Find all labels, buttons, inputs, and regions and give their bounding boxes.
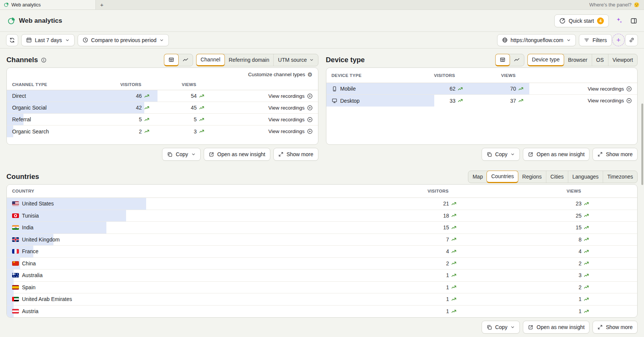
show-more-label: Show more <box>287 151 313 157</box>
table-row[interactable]: United States 21 23 <box>7 198 637 210</box>
table-row[interactable]: United Arab Emirates 1 1 <box>7 293 637 306</box>
col-visitors: VISITORS <box>381 189 457 193</box>
app-header: Web analytics Quick start 4 <box>0 10 644 31</box>
channels-tabs: Channel Referring domain UTM source <box>196 54 318 66</box>
quick-start-button[interactable]: Quick start 4 <box>554 14 609 27</box>
tab-channel[interactable]: Channel <box>196 54 225 66</box>
trend-view-button[interactable] <box>510 54 524 66</box>
customize-channel-types[interactable]: Customize channel types ⚙ <box>7 68 318 79</box>
copy-button[interactable]: Copy <box>482 148 520 161</box>
view-recordings-link[interactable]: View recordings <box>205 105 313 111</box>
table-row[interactable]: Tunisia 18 25 <box>7 210 637 222</box>
tab-countries[interactable]: Countries <box>487 171 518 183</box>
trend-up-icon <box>584 296 589 302</box>
trend-up-icon <box>458 98 463 103</box>
side-panel-icon[interactable] <box>630 17 638 25</box>
table-row[interactable]: Austria 1 1 <box>7 306 637 318</box>
trend-up-icon <box>451 260 457 266</box>
vertical-scrollbar-thumb[interactable] <box>641 103 643 185</box>
table-view-button[interactable] <box>164 54 179 66</box>
tab-viewport[interactable]: Viewport <box>608 54 637 66</box>
table-row[interactable]: Direct 46 54 View recordings <box>7 90 318 102</box>
domain-filter-button[interactable]: https://tongueflow.com <box>497 34 576 46</box>
trend-view-button[interactable] <box>178 54 193 66</box>
table-row[interactable]: Mobile 62 70 View recordings <box>326 83 638 95</box>
country-label: Spain <box>22 284 36 290</box>
views-value: 23 <box>575 201 582 207</box>
ai-sparkle-icon[interactable] <box>615 16 624 25</box>
channels-table-header: CHANNEL TYPE VISITORS VIEWS <box>7 79 318 90</box>
chevron-down-icon <box>159 38 164 42</box>
country-flag <box>12 309 19 313</box>
tab-web-analytics[interactable]: Web analytics <box>0 0 96 9</box>
show-more-label: Show more <box>606 151 633 157</box>
show-more-button[interactable]: Show more <box>273 148 318 161</box>
device-view-toggle <box>495 54 524 66</box>
show-more-button[interactable]: Show more <box>593 148 638 161</box>
refresh-button[interactable] <box>6 34 18 46</box>
tab-title: Web analytics <box>11 2 41 8</box>
filters-button[interactable]: Filters <box>579 34 612 46</box>
tab-os[interactable]: OS <box>592 54 608 66</box>
filter-bar: Last 7 days Compare to previous period h… <box>0 31 644 49</box>
info-icon[interactable] <box>41 57 47 63</box>
view-recordings-link[interactable]: View recordings <box>524 86 632 92</box>
quick-start-label: Quick start <box>569 18 594 24</box>
mobile-icon <box>332 86 337 92</box>
col-views: VIEWS <box>463 73 524 78</box>
page-title: Web analytics <box>19 17 62 25</box>
channels-title: Channels <box>6 56 38 64</box>
table-row[interactable]: India 15 15 <box>7 222 637 234</box>
table-row[interactable]: United Kingdom 7 8 <box>7 234 637 246</box>
tab-timezones[interactable]: Timezones <box>603 171 637 183</box>
table-row[interactable]: France 4 4 <box>7 246 637 258</box>
share-link-button[interactable] <box>625 34 638 46</box>
open-as-new-insight-button[interactable]: Open as new insight <box>204 148 270 161</box>
table-row[interactable]: Spain 1 2 <box>7 282 637 294</box>
view-recordings-link[interactable]: View recordings <box>524 98 632 103</box>
visitors-value: 7 <box>446 237 449 243</box>
views-value: 15 <box>575 224 582 230</box>
copy-button[interactable]: Copy <box>482 321 520 334</box>
visitors-value: 1 <box>446 272 449 278</box>
visitors-value: 21 <box>443 201 449 207</box>
add-filter-button[interactable]: + <box>612 34 625 46</box>
visitors-value: 33 <box>449 98 455 104</box>
device-type-title: Device type <box>326 56 365 64</box>
view-recordings-link[interactable]: View recordings <box>205 117 313 122</box>
channel-label: Referral <box>12 116 95 122</box>
compare-button[interactable]: Compare to previous period <box>78 34 169 46</box>
tab-map[interactable]: Map <box>468 171 487 183</box>
tab-device-type[interactable]: Device type <box>527 54 564 66</box>
copy-button[interactable]: Copy <box>162 148 201 161</box>
trend-up-icon <box>584 249 589 254</box>
table-row[interactable]: Desktop 33 37 View recordings <box>326 95 638 107</box>
table-view-button[interactable] <box>495 54 510 66</box>
new-tab-button[interactable]: + <box>96 0 108 9</box>
table-row[interactable]: Organic Search 2 3 View recordings <box>7 125 318 137</box>
tab-regions[interactable]: Regions <box>518 171 546 183</box>
trend-up-icon <box>144 105 150 111</box>
date-range-button[interactable]: Last 7 days <box>21 34 75 46</box>
tab-referring-domain[interactable]: Referring domain <box>225 54 273 66</box>
trend-up-icon <box>199 117 205 122</box>
domain-label: https://tongueflow.com <box>511 37 563 43</box>
open-as-new-insight-button[interactable]: Open as new insight <box>523 321 589 334</box>
col-views: VIEWS <box>457 189 589 193</box>
views-value: 37 <box>510 98 516 104</box>
view-recordings-link[interactable]: View recordings <box>205 129 313 134</box>
tab-languages[interactable]: Languages <box>568 171 603 183</box>
country-flag <box>12 285 19 290</box>
table-row[interactable]: China 2 2 <box>7 258 637 270</box>
trend-up-icon <box>199 129 205 134</box>
open-as-new-insight-button[interactable]: Open as new insight <box>523 148 589 161</box>
show-more-button[interactable]: Show more <box>593 321 638 334</box>
tab-cities[interactable]: Cities <box>546 171 568 183</box>
table-row[interactable]: Organic Social 42 45 View recordings <box>7 102 318 114</box>
table-row[interactable]: Australia 1 3 <box>7 270 637 282</box>
views-value: 5 <box>194 116 197 122</box>
tab-utm-source[interactable]: UTM source <box>273 54 318 66</box>
table-row[interactable]: Referral 5 5 View recordings <box>7 114 318 125</box>
view-recordings-link[interactable]: View recordings <box>205 93 313 99</box>
tab-browser[interactable]: Browser <box>564 54 591 66</box>
